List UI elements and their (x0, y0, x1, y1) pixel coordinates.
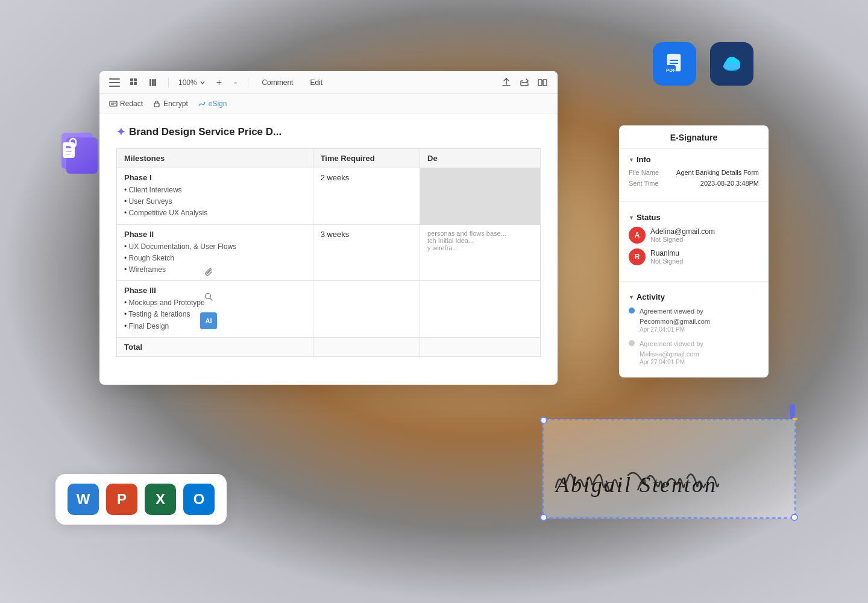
esign-icon (198, 99, 206, 108)
document-content: ✦ Brand Design Service Price D... Milest… (99, 113, 558, 385)
signer1: A Adelina@gmail.com Not Signed (629, 227, 759, 244)
phase1-item2: User Surveys (124, 196, 306, 207)
powerpoint-icon[interactable]: P (106, 484, 137, 515)
title-text: Brand Design Service Price D... (129, 126, 281, 138)
ai-icon[interactable]: AI (200, 312, 217, 329)
svg-rect-20 (72, 145, 74, 148)
ppt-letter: P (117, 491, 127, 508)
word-letter: W (77, 491, 90, 508)
zoom-control[interactable]: 100% (178, 78, 206, 87)
phase1-cell: Phase I Client Interviews User Surveys C… (117, 168, 313, 225)
phase3-time (313, 281, 420, 338)
phase2-desc: personas and flows base...tch Initial Id… (420, 224, 541, 281)
svg-text:Abigail  Stenton: Abigail Stenton (555, 473, 717, 497)
columns-icon[interactable] (149, 78, 159, 87)
phase1-title: Phase I (124, 173, 306, 182)
svg-rect-38 (793, 418, 797, 420)
lock-document-icon (55, 121, 108, 174)
svg-rect-29 (543, 80, 547, 86)
total-desc (420, 337, 541, 356)
handle-bottom-left[interactable] (540, 514, 547, 521)
table-row: Phase I Client Interviews User Surveys C… (117, 168, 541, 225)
upload-icon[interactable] (501, 77, 512, 88)
phase2-title: Phase II (124, 230, 306, 239)
toolbar-right (501, 77, 548, 88)
svg-rect-26 (152, 79, 154, 86)
document-panel: 100% + - Comment Edit (99, 71, 558, 385)
edit-btn[interactable]: Edit (306, 77, 326, 88)
activity-detail2: Agreement viewed byMelissa@gmail.com Apr… (640, 339, 703, 365)
activity-detail1: Agreement viewed byPecommon@gmail.com Ap… (640, 306, 710, 333)
pdf-app-icon[interactable]: PDF (653, 42, 696, 86)
phase1-time: 2 weeks (313, 168, 420, 225)
grid-icon[interactable] (130, 78, 139, 87)
search-icon[interactable] (200, 288, 217, 305)
signer2-email: Ruanlmu (650, 249, 683, 257)
table-row: Phase II UX Documentation, & User Flows … (117, 224, 541, 281)
activity-date2: Apr 27,04:01 PM (640, 359, 703, 365)
divider2 (619, 281, 769, 282)
total-label: Total (117, 337, 313, 356)
pdf-icon-svg: PDF (662, 52, 687, 76)
cloud-icon-svg (719, 51, 745, 77)
phase1-desc (420, 168, 541, 225)
svg-line-35 (210, 298, 213, 301)
outlook-icon[interactable]: O (183, 484, 215, 515)
signature-svg: Abigail Stenton (550, 451, 779, 511)
lock-small-icon (153, 99, 161, 108)
activity-date1: Apr 27,04:01 PM (640, 326, 710, 333)
signer1-avatar: A (629, 227, 646, 244)
zoom-plus[interactable]: + (215, 77, 223, 88)
info-section: Info File Name Agent Banking Details For… (619, 149, 769, 197)
redact-btn[interactable]: Redact (109, 99, 143, 108)
share-icon[interactable] (519, 77, 530, 88)
svg-rect-25 (149, 79, 151, 86)
signature-area: Abigail Stenton (542, 419, 796, 519)
handle-bottom-right[interactable] (791, 514, 798, 521)
esign-btn[interactable]: eSign (198, 99, 227, 108)
status-section: Status A Adelina@gmail.com Not Signed R … (619, 207, 769, 276)
sent-time-value: 2023-08-20,3:48PM (700, 180, 759, 187)
esig-title: E-Signature (619, 125, 769, 149)
ai-label: AI (206, 317, 212, 324)
layout-icon[interactable] (109, 78, 120, 87)
toolbar2: Redact Encrypt eSign (99, 94, 558, 113)
cloud-app-icon[interactable] (710, 42, 753, 86)
activity-text2: Agreement viewed byMelissa@gmail.com (640, 339, 703, 359)
activity-dot1 (629, 308, 635, 314)
svg-rect-36 (790, 405, 795, 419)
encrypt-btn[interactable]: Encrypt (153, 99, 188, 108)
signer1-email: Adelina@gmail.com (650, 227, 715, 236)
view-icon[interactable] (537, 77, 548, 88)
activity-text1: Agreement viewed byPecommon@gmail.com (640, 306, 710, 326)
phase2-item2: Rough Sketch (124, 253, 306, 264)
activity-item2: Agreement viewed byMelissa@gmail.com Apr… (629, 339, 759, 365)
svg-rect-17 (66, 154, 71, 155)
signer2: R Ruanlmu Not Signed (629, 248, 759, 265)
phase1-item3: Competitive UX Analysis (124, 207, 306, 219)
separator2 (248, 78, 248, 87)
file-name-label: File Name (629, 169, 659, 176)
comment-btn[interactable]: Comment (258, 77, 297, 88)
svg-rect-28 (538, 80, 542, 86)
sent-time-row: Sent Time 2023-08-20,3:48PM (629, 180, 759, 187)
word-icon[interactable]: W (68, 484, 99, 515)
svg-rect-21 (130, 78, 133, 81)
svg-rect-23 (130, 82, 133, 85)
handle-top-left[interactable] (540, 417, 547, 424)
sent-time-label: Sent Time (629, 180, 659, 187)
phase3-desc (420, 281, 541, 338)
svg-rect-16 (66, 151, 72, 152)
excel-icon[interactable]: X (145, 484, 176, 515)
signer1-status: Not Signed (650, 236, 715, 243)
zoom-minus[interactable]: - (233, 77, 238, 88)
toolbar: 100% + - Comment Edit (99, 71, 558, 94)
info-section-title: Info (629, 155, 759, 164)
office-icons-bar: W P X O (55, 474, 227, 525)
svg-rect-33 (154, 103, 159, 107)
paperclip-icon[interactable] (200, 264, 217, 281)
col-time: Time Required (313, 149, 420, 168)
activity-section-title: Activity (629, 292, 759, 302)
outlook-letter: O (193, 491, 205, 508)
signer2-info: Ruanlmu Not Signed (650, 249, 683, 265)
